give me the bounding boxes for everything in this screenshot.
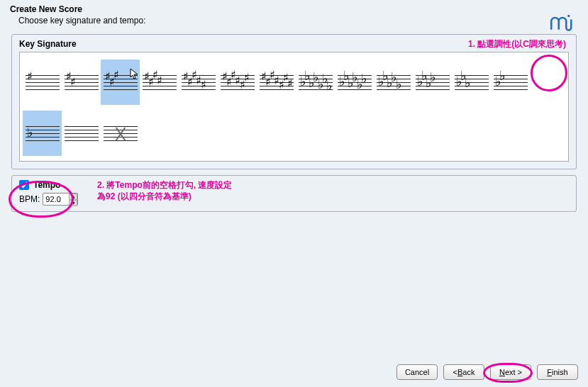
tempo-label: Tempo <box>33 180 60 190</box>
keysig-item[interactable]: ♭ <box>23 111 62 156</box>
bpm-label: BPM: <box>19 194 40 204</box>
wizard-footer: Cancel < Back Next > Finish <box>396 364 578 380</box>
finish-button[interactable]: Finish <box>537 364 578 380</box>
back-button[interactable]: < Back <box>443 364 484 380</box>
keysig-item[interactable] <box>62 111 101 156</box>
keysig-item[interactable]: ♭♭♭♭♭ <box>374 60 413 105</box>
keysig-item[interactable]: ♯♯♯♯♯ <box>179 60 218 105</box>
keysig-item[interactable]: ♯♯♯♯♯♯♯ <box>257 60 296 105</box>
key-signature-list: ♯♯♯♯♯♯♯♯♯♯♯♯♯♯♯♯♯♯♯♯♯♯♯♯♯♯♯♯♭♭♭♭♭♭♭♭♭♭♭♭… <box>19 52 569 162</box>
annotation-1: 1. 點選調性(以C調來思考) <box>468 38 566 50</box>
keysig-item[interactable]: ♯♯♯ <box>101 60 140 105</box>
keysig-item[interactable]: ♯ <box>23 60 62 105</box>
cancel-button[interactable]: Cancel <box>396 364 438 380</box>
keysig-item[interactable]: ♯♯♯♯ <box>140 60 179 105</box>
annotation-2: 2. 將Tempo前的空格打勾, 速度設定 為92 (以四分音符為基準) <box>97 180 232 202</box>
keysig-item[interactable]: ♯♯♯♯♯♯ <box>218 60 257 105</box>
keysig-item[interactable]: ♭♭♭♭♭♭ <box>335 60 374 105</box>
bpm-spinner[interactable]: ▲▼ <box>69 194 77 205</box>
keysig-item[interactable]: ♭♭♭ <box>452 60 491 105</box>
keysig-item[interactable]: ♭♭ <box>491 60 530 105</box>
svg-point-0 <box>567 15 570 18</box>
tempo-checkbox[interactable] <box>19 180 29 190</box>
keysig-item[interactable]: ♭♭♭♭♭♭♭ <box>296 60 335 105</box>
musescore-logo-icon <box>550 13 575 33</box>
tempo-panel: Tempo BPM: ▲▼ 2. 將Tempo前的空格打勾, 速度設定 為92 … <box>11 175 577 212</box>
page-title: Create New Score <box>10 4 581 14</box>
keysig-item[interactable]: ♯♯ <box>62 60 101 105</box>
next-button[interactable]: Next > <box>490 364 531 380</box>
keysig-item[interactable] <box>101 111 140 156</box>
page-subtitle: Choose key signature and tempo: <box>10 16 581 26</box>
keysig-item[interactable]: ♭♭♭♭ <box>413 60 452 105</box>
key-signature-panel: Key Signature 1. 點選調性(以C調來思考) ♯♯♯♯♯♯♯♯♯♯… <box>11 34 577 169</box>
